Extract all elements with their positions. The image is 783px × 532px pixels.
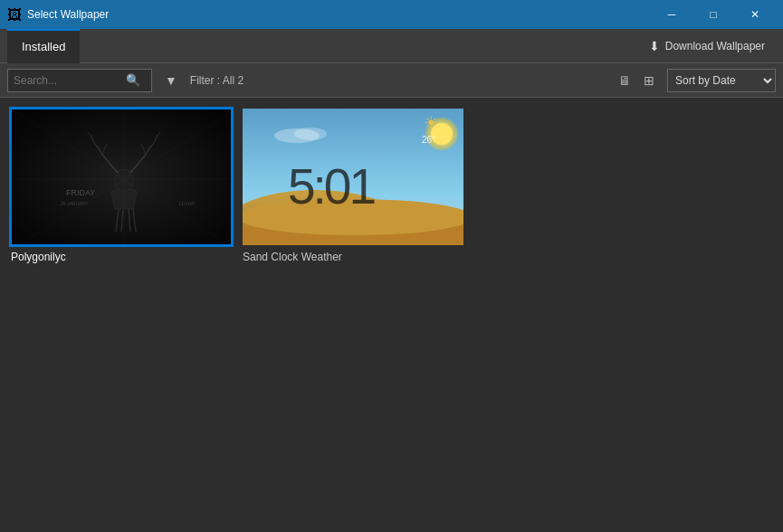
svg-text:29 JANUARY: 29 JANUARY <box>61 201 89 206</box>
window-controls: ─ □ ✕ <box>651 0 776 29</box>
download-wallpaper-button[interactable]: ⬇ Download Wallpaper <box>638 33 776 60</box>
wallpaper-grid: FRIDAY 29 JANUARY LUXUR Polygonilyc <box>0 98 783 532</box>
search-input[interactable] <box>14 74 122 87</box>
svg-text:☀: ☀ <box>424 114 438 132</box>
search-icon: 🔍 <box>126 73 140 87</box>
svg-text:LUXUR: LUXUR <box>179 201 195 206</box>
wallpaper-thumb-polygonilyc: FRIDAY 29 JANUARY LUXUR <box>9 107 234 247</box>
download-label: Download Wallpaper <box>665 40 765 52</box>
polygonilyc-thumbnail: FRIDAY 29 JANUARY LUXUR <box>12 109 234 247</box>
wallpaper-item-polygonilyc[interactable]: FRIDAY 29 JANUARY LUXUR Polygonilyc <box>9 107 234 267</box>
close-button[interactable]: ✕ <box>734 0 776 29</box>
wallpaper-label-polygonilyc: Polygonilyc <box>9 247 234 267</box>
svg-text:26°: 26° <box>422 135 435 145</box>
download-icon: ⬇ <box>649 39 660 53</box>
svg-point-30 <box>294 128 327 140</box>
filter-label: Filter : All 2 <box>190 74 243 87</box>
svg-text:FRIDAY: FRIDAY <box>66 188 95 197</box>
monitor-view-button[interactable]: 🖥 <box>613 71 636 90</box>
search-box[interactable]: 🔍 <box>7 69 152 92</box>
svg-text:5:01: 5:01 <box>288 158 374 214</box>
wallpaper-label-sand-clock: Sand Clock Weather <box>241 247 465 267</box>
filter-bar: 🔍 ▼ Filter : All 2 🖥 ⊞ Sort by Date Sort… <box>0 63 783 98</box>
minimize-button[interactable]: ─ <box>651 0 692 29</box>
tab-installed[interactable]: Installed <box>7 29 80 63</box>
window-title: Select Wallpaper <box>27 8 109 21</box>
sort-select[interactable]: Sort by Date Sort by Name Sort by Rating <box>667 69 776 92</box>
title-bar: 🖼 Select Wallpaper ─ □ ✕ <box>0 0 783 29</box>
view-icons: 🖥 ⊞ <box>613 71 660 90</box>
restore-button[interactable]: □ <box>692 0 734 29</box>
toolbar: Installed ⬇ Download Wallpaper <box>0 29 783 63</box>
funnel-icon: ▼ <box>165 73 177 88</box>
wallpaper-item-sand-clock[interactable]: 5:01 ☀ 26° Sand Clock Weather <box>241 107 465 267</box>
grid-view-button[interactable]: ⊞ <box>638 71 660 90</box>
grid-icon: ⊞ <box>644 73 654 88</box>
sand-clock-thumbnail: 5:01 ☀ 26° <box>243 109 465 247</box>
wallpaper-thumb-sand-clock: 5:01 ☀ 26° <box>241 107 465 247</box>
monitor-icon: 🖥 <box>618 73 631 88</box>
filter-icon-button[interactable]: ▼ <box>159 71 183 90</box>
app-icon: 🖼 <box>7 7 22 22</box>
title-bar-left: 🖼 Select Wallpaper <box>7 7 109 22</box>
